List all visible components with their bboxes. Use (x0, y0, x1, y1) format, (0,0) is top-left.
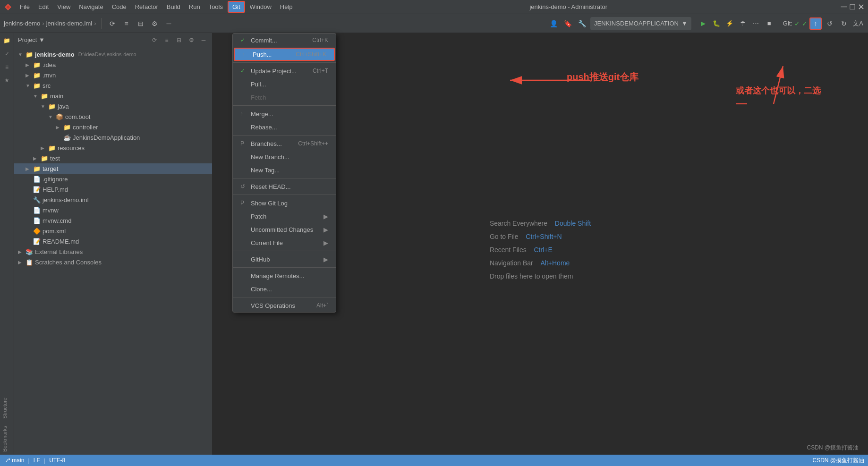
watermark-text: CSDN @摸鱼打酱油 (812, 457, 864, 465)
commit-shortcut: Ctrl+K (312, 37, 328, 43)
close-panel-button[interactable]: ─ (163, 17, 175, 30)
tree-readme[interactable]: ▶ 📝 README.md (14, 236, 212, 246)
translate-button[interactable]: 文A (852, 17, 864, 30)
tree-src[interactable]: ▼ 📁 src (14, 80, 212, 91)
log-icon: P (240, 200, 247, 206)
structure-icon[interactable]: ≡ (1, 61, 13, 73)
bookmarks-label[interactable]: Bookmarks (2, 426, 8, 452)
git-menu-commit[interactable]: ✓ Commit... Ctrl+K (233, 34, 336, 47)
structure-label[interactable]: Structure (2, 398, 8, 419)
panel-settings-icon[interactable]: ⚙ (187, 35, 196, 45)
git-menu-branches[interactable]: P Branches... Ctrl+Shift++ (233, 137, 336, 150)
collapse-button[interactable]: ⊟ (135, 17, 147, 30)
git-menu-reset-head[interactable]: ↺ Reset HEAD... (233, 180, 336, 193)
tree-controller[interactable]: ▶ 📁 controller (14, 122, 212, 132)
git-menu-github[interactable]: GitHub ▶ (233, 253, 336, 266)
git-menu-update[interactable]: ✓ Update Project... Ctrl+T (233, 64, 336, 77)
bookmarks-icon[interactable]: ★ (1, 75, 13, 86)
git-menu-merge[interactable]: ↑ Merge... (233, 107, 336, 120)
tree-java[interactable]: ▼ 📁 java (14, 101, 212, 111)
current-file-submenu-arrow: ▶ (323, 239, 328, 246)
panel-sync-icon[interactable]: ⟳ (150, 35, 159, 45)
git-push-button[interactable]: ↑ (809, 17, 822, 30)
menu-window[interactable]: Window (246, 2, 275, 12)
patch-submenu-arrow: ▶ (323, 213, 328, 220)
tree-pomxml[interactable]: ▶ 🔶 pom.xml (14, 226, 212, 236)
minimize-button[interactable]: ─ (841, 4, 847, 10)
menu-code[interactable]: Code (108, 2, 130, 12)
tree-main-class[interactable]: ▶ ☕ JenkinsDemoApplication (14, 132, 212, 143)
status-bar: ⎇ main | LF | UTF-8 CSDN @摸鱼打酱油 (0, 455, 868, 466)
status-lf[interactable]: LF (34, 457, 40, 464)
settings-button[interactable]: ⚙ (149, 17, 161, 30)
expand-all-button[interactable]: ≡ (120, 17, 133, 30)
tree-gitignore[interactable]: ▶ 📄 .gitignore (14, 174, 212, 184)
menu-navigate[interactable]: Navigate (75, 2, 107, 12)
project-icon[interactable]: 📁 (1, 35, 13, 46)
breadcrumb-file[interactable]: jenkins-demo.iml (46, 20, 93, 27)
status-git-branch[interactable]: ⎇ main (4, 457, 24, 464)
main-layout: 📁 ✓ ≡ ★ Project ▼ ⟳ ≡ ⊟ ⚙ ─ ▼ 📁 jenkins-… (0, 33, 868, 466)
git-menu-patch[interactable]: Patch ▶ (233, 210, 336, 223)
git-dropdown-menu: ✓ Commit... Ctrl+K ↑ Push... Ctrl+Shift+… (232, 33, 336, 313)
tree-main[interactable]: ▼ 📁 main (14, 91, 212, 101)
run-buttons: ▶ 🐛 ⚡ ☂ ⋯ ■ (697, 17, 775, 30)
status-encoding[interactable]: UTF-8 (49, 457, 65, 464)
sync-button[interactable]: ⟳ (106, 17, 119, 30)
menu-view[interactable]: View (53, 2, 74, 12)
git-menu-uncommitted[interactable]: Uncommitted Changes ▶ (233, 223, 336, 236)
coverage-button[interactable]: ☂ (737, 17, 749, 30)
git-menu-manage-remotes[interactable]: Manage Remotes... (233, 269, 336, 282)
git-rollback-button[interactable]: ↺ (824, 17, 836, 30)
menu-file[interactable]: File (16, 2, 34, 12)
bookmark-button[interactable]: 🔖 (562, 17, 574, 30)
tree-root[interactable]: ▼ 📁 jenkins-demo D:\ideaDev\jenkins-demo (14, 49, 212, 59)
git-menu-new-tag[interactable]: New Tag... (233, 163, 336, 177)
vcs-button[interactable]: 👤 (548, 17, 560, 30)
hint-recent-text: Recent Files (490, 243, 530, 256)
welcome-hints: Search Everywhere Double Shift Go to Fil… (490, 217, 591, 283)
tree-mvn[interactable]: ▶ 📁 .mvn (14, 70, 212, 80)
tree-comboot[interactable]: ▼ 📦 com.boot (14, 111, 212, 122)
git-menu-push[interactable]: ↑ Push... Ctrl+Shift+K (234, 48, 335, 61)
tree-test[interactable]: ▶ 📁 test (14, 153, 212, 163)
debug-button[interactable]: 🐛 (710, 17, 723, 30)
profile-button[interactable]: ⚡ (723, 17, 736, 30)
git-menu-clone[interactable]: Clone... (233, 282, 336, 296)
tree-idea[interactable]: ▶ 📁 .idea (14, 59, 212, 70)
menu-refactor[interactable]: Refactor (131, 2, 162, 12)
menu-run[interactable]: Run (185, 2, 204, 12)
menu-build[interactable]: Build (163, 2, 184, 12)
maximize-button[interactable]: □ (849, 4, 856, 10)
tree-mvnw[interactable]: ▶ 📄 mvnw (14, 205, 212, 215)
debug-target-button[interactable]: 🔧 (576, 17, 588, 30)
close-button[interactable]: ✕ (858, 4, 864, 10)
git-menu-rebase[interactable]: Rebase... (233, 120, 336, 134)
more-run-button[interactable]: ⋯ (750, 17, 762, 30)
panel-collapse-icon[interactable]: ⊟ (174, 35, 184, 45)
tree-scratches[interactable]: ▶ 📋 Scratches and Consoles (14, 257, 212, 267)
git-menu-show-log[interactable]: P Show Git Log (233, 196, 336, 210)
menu-tools[interactable]: Tools (205, 2, 227, 12)
menu-edit[interactable]: Edit (34, 2, 52, 12)
tree-iml[interactable]: ▶ 🔧 jenkins-demo.iml (14, 195, 212, 205)
git-menu-new-branch[interactable]: New Branch... (233, 150, 336, 163)
git-forward-button[interactable]: ↻ (838, 17, 850, 30)
commit-icon[interactable]: ✓ (1, 48, 13, 59)
run-button[interactable]: ▶ (697, 17, 709, 30)
tree-helpmd[interactable]: ▶ 📝 HELP.md (14, 184, 212, 195)
git-menu-current-file[interactable]: Current File ▶ (233, 236, 336, 249)
panel-expand-icon[interactable]: ≡ (162, 35, 171, 45)
tree-target[interactable]: ▶ 📁 target (14, 163, 212, 174)
git-menu-pull[interactable]: Pull... (233, 77, 336, 91)
tree-ext-libs[interactable]: ▶ 📚 External Libraries (14, 246, 212, 257)
tree-resources[interactable]: ▶ 📁 resources (14, 143, 212, 153)
stop-button[interactable]: ■ (763, 17, 775, 30)
tree-mvnwcmd[interactable]: ▶ 📄 mvnw.cmd (14, 215, 212, 226)
panel-close-icon[interactable]: ─ (199, 35, 208, 45)
git-menu-vcs-operations[interactable]: VCS Operations Alt+` (233, 299, 336, 312)
menu-help[interactable]: Help (276, 2, 297, 12)
breadcrumb-project[interactable]: jenkins-demo (4, 20, 40, 27)
menu-git[interactable]: Git (228, 1, 245, 13)
run-config-selector[interactable]: JENKINSDEMOAPPLICATION ▼ (590, 17, 691, 30)
